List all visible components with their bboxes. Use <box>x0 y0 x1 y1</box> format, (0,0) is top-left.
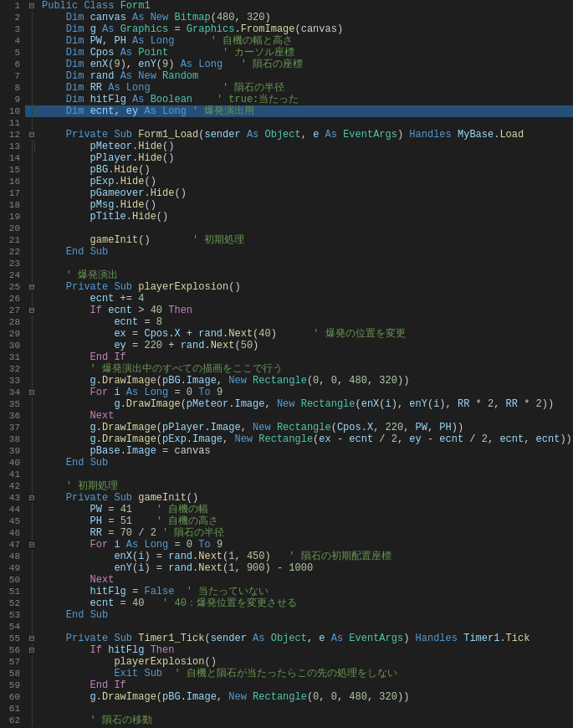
line-content-57: playerExplosion() <box>38 656 573 668</box>
code-line-6: 6 Dim enX(9), enY(9) As Long ' 隕石の座標 <box>0 59 573 70</box>
line-num-47: 47 <box>0 539 25 551</box>
line-content-2: Dim canvas As New Bitmap(480, 320) <box>38 12 573 23</box>
line-num-50: 50 <box>0 574 25 586</box>
line-num-53: 53 <box>0 609 25 621</box>
fold-7 <box>25 70 38 82</box>
code-line-60: 60 g.DrawImage(pBG.Image, New Rectangle(… <box>0 691 573 703</box>
code-line-57: 57 playerExplosion() <box>0 656 573 668</box>
fold-17 <box>25 187 38 199</box>
line-num-28: 28 <box>0 316 25 328</box>
line-content-19: pTitle.Hide() <box>38 211 573 223</box>
fold-27[interactable]: ⊟ <box>25 305 38 316</box>
line-content-31: End If <box>38 351 573 363</box>
code-line-40: 40 End Sub <box>0 457 573 469</box>
fold-43[interactable]: ⊟ <box>25 492 38 504</box>
code-line-46: 46 RR = 70 / 2 ' 隕石の半径 <box>0 527 573 539</box>
line-num-10: 10 <box>0 105 25 117</box>
code-line-39: 39 pBase.Image = canvas <box>0 445 573 457</box>
line-content-14: pPlayer.Hide() <box>38 152 573 164</box>
line-content-23 <box>38 258 573 269</box>
line-num-8: 8 <box>0 82 25 94</box>
line-num-44: 44 <box>0 504 25 515</box>
fold-47[interactable]: ⊟ <box>25 539 38 551</box>
fold-59 <box>25 679 38 691</box>
fold-4 <box>25 35 38 47</box>
line-num-21: 21 <box>0 234 25 246</box>
code-line-55: 55 ⊟ Private Sub Timer1_Tick(sender As O… <box>0 633 573 644</box>
line-num-34: 34 <box>0 387 25 398</box>
line-content-47: For i As Long = 0 To 9 <box>38 539 573 551</box>
code-line-18: 18 pMsg.Hide() <box>0 199 573 211</box>
line-num-38: 38 <box>0 433 25 445</box>
code-line-34: 34 ⊟ For i As Long = 0 To 9 <box>0 387 573 398</box>
line-num-22: 22 <box>0 246 25 258</box>
fold-34[interactable]: ⊟ <box>25 387 38 398</box>
code-line-36: 36 Next <box>0 410 573 422</box>
code-line-13: 13 pMeteor.Hide() <box>0 141 573 152</box>
code-line-48: 48 enX(i) = rand.Next(1, 450) ' 隕石の初期配置座… <box>0 551 573 562</box>
line-content-7: Dim rand As New Random <box>38 70 573 82</box>
code-line-1: 1 ⊟ Public Class Form1 <box>0 0 573 12</box>
code-line-38: 38 g.DrawImage(pExp.Image, New Rectangle… <box>0 433 573 445</box>
line-num-14: 14 <box>0 152 25 164</box>
fold-1[interactable]: ⊟ <box>25 0 38 12</box>
fold-51 <box>25 586 38 597</box>
line-content-18: pMsg.Hide() <box>38 199 573 211</box>
line-content-55: Private Sub Timer1_Tick(sender As Object… <box>38 633 573 644</box>
code-line-47: 47 ⊟ For i As Long = 0 To 9 <box>0 539 573 551</box>
code-line-52: 52 ecnt = 40 ' 40：爆発位置を変更させる <box>0 597 573 609</box>
line-content-27: If ecnt > 40 Then <box>38 305 573 316</box>
fold-57 <box>25 656 38 668</box>
fold-56[interactable]: ⊟ <box>25 644 38 656</box>
line-content-61 <box>38 703 573 715</box>
line-num-49: 49 <box>0 562 25 574</box>
line-num-17: 17 <box>0 187 25 199</box>
line-content-45: PH = 51 ' 自機の高さ <box>38 515 573 527</box>
line-content-44: PW = 41 ' 自機の幅 <box>38 504 573 515</box>
line-num-52: 52 <box>0 597 25 609</box>
line-content-4: Dim PW, PH As Long ' 自機の幅と高さ <box>38 35 573 47</box>
fold-16 <box>25 176 38 187</box>
fold-12[interactable]: ⊟ <box>25 129 38 141</box>
line-num-37: 37 <box>0 422 25 433</box>
line-content-10: Dim ecnt, ey As Long ' 爆発演出用 <box>38 105 573 117</box>
fold-58 <box>25 668 38 679</box>
code-line-31: 31 End If <box>0 351 573 363</box>
line-content-54 <box>38 621 573 633</box>
line-num-1: 1 <box>0 0 25 12</box>
fold-46 <box>25 527 38 539</box>
line-content-1: Public Class Form1 <box>38 0 573 12</box>
fold-5 <box>25 47 38 59</box>
line-num-48: 48 <box>0 551 25 562</box>
line-content-62: ' 隕石の移動 <box>38 715 573 726</box>
code-line-5: 5 Dim Cpos As Point ' カーソル座標 <box>0 47 573 59</box>
line-num-40: 40 <box>0 457 25 469</box>
fold-21 <box>25 234 38 246</box>
code-line-23: 23 <box>0 258 573 269</box>
line-num-46: 46 <box>0 527 25 539</box>
line-content-12: Private Sub Form1_Load(sender As Object,… <box>38 129 573 141</box>
fold-53 <box>25 609 38 621</box>
fold-30 <box>25 340 38 351</box>
code-line-9: 9 Dim hitFlg As Boolean ' true:当たった <box>0 94 573 105</box>
line-content-34: For i As Long = 0 To 9 <box>38 387 573 398</box>
fold-55[interactable]: ⊟ <box>25 633 38 644</box>
line-num-26: 26 <box>0 293 25 305</box>
line-content-6: Dim enX(9), enY(9) As Long ' 隕石の座標 <box>38 59 573 70</box>
line-num-62: 62 <box>0 715 25 726</box>
line-content-21: gameInit() ' 初期処理 <box>38 234 573 246</box>
line-content-17: pGameover.Hide() <box>38 187 573 199</box>
fold-15 <box>25 164 38 176</box>
line-content-20 <box>38 223 573 234</box>
fold-62 <box>25 715 38 726</box>
line-content-30: ey = 220 + rand.Next(50) <box>38 340 573 351</box>
code-line-4: 4 Dim PW, PH As Long ' 自機の幅と高さ <box>0 35 573 47</box>
line-content-39: pBase.Image = canvas <box>38 445 573 457</box>
line-num-51: 51 <box>0 586 25 597</box>
fold-33 <box>25 375 38 387</box>
fold-25[interactable]: ⊟ <box>25 281 38 293</box>
code-line-54: 54 <box>0 621 573 633</box>
fold-39 <box>25 445 38 457</box>
line-content-56: If hitFlg Then <box>38 644 573 656</box>
fold-52 <box>25 597 38 609</box>
